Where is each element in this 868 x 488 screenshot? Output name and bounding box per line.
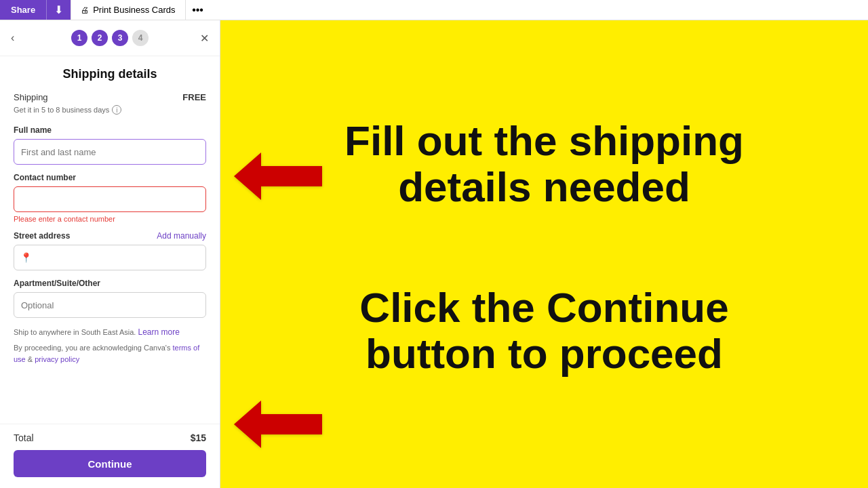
left-panel: ‹ 1 2 3 4 ✕ Shipping details Shipping FR… (0, 20, 220, 488)
street-label: Street address (14, 231, 70, 241)
contact-error: Please enter a contact number (14, 215, 206, 223)
more-button[interactable]: ••• (186, 0, 210, 20)
print-label: Print Business Cards (93, 5, 175, 15)
print-button[interactable]: 🖨 Print Business Cards (71, 0, 185, 20)
add-manually-link[interactable]: Add manually (157, 231, 206, 241)
download-button[interactable]: ⬇ (46, 0, 71, 20)
step-4[interactable]: 4 (132, 30, 149, 46)
step-2[interactable]: 2 (92, 30, 108, 46)
stepper-nav: ‹ 1 2 3 4 ✕ (0, 20, 220, 56)
terms-info: By proceeding, you are acknowledging Can… (14, 342, 206, 365)
delivery-sub: Get it in 5 to 8 business days i (14, 105, 206, 115)
step-1[interactable]: 1 (71, 30, 87, 46)
amp: & (28, 355, 35, 363)
right-panel: Fill out the shippingdetails needed Clic… (220, 20, 868, 488)
shipping-value: FREE (182, 92, 206, 102)
arrow2-svg (234, 401, 322, 448)
total-row: Total $15 (14, 432, 206, 443)
privacy-link[interactable]: privacy policy (35, 355, 79, 363)
instruction-2-container: Click the Continuebutton to proceed (359, 285, 728, 377)
instruction-1-container: Fill out the shippingdetails needed (344, 118, 744, 251)
arrow1-svg (234, 152, 322, 200)
continue-button[interactable]: Continue (14, 450, 206, 477)
instruction-2-text: Click the Continuebutton to proceed (359, 285, 728, 377)
shipping-content: Shipping details Shipping FREE Get it in… (0, 56, 220, 424)
close-button[interactable]: ✕ (200, 32, 209, 45)
contact-input[interactable] (14, 186, 206, 212)
total-amount: $15 (191, 432, 206, 443)
street-label-row: Street address Add manually (14, 231, 206, 241)
shipping-label: Shipping (14, 92, 48, 102)
print-icon: 🖨 (81, 5, 89, 15)
svg-marker-1 (234, 401, 322, 448)
shipping-row: Shipping FREE (14, 92, 206, 102)
ship-info: Ship to anywhere in South East Asia. Lea… (14, 327, 206, 337)
share-label: Share (11, 5, 35, 15)
back-button[interactable]: ‹ (11, 32, 14, 44)
delivery-text: Get it in 5 to 8 business days (14, 106, 109, 114)
ship-info-text: Ship to anywhere in South East Asia. (14, 328, 136, 336)
shipping-title: Shipping details (14, 67, 206, 81)
bottom-bar: Total $15 Continue (0, 424, 220, 488)
street-input[interactable] (14, 245, 206, 270)
terms-text: By proceeding, you are acknowledging Can… (14, 344, 170, 352)
arrow1-container (234, 152, 322, 203)
svg-marker-0 (234, 152, 322, 200)
instruction-1-text: Fill out the shippingdetails needed (344, 118, 744, 210)
apt-label: Apartment/Suite/Other (14, 279, 206, 288)
info-icon[interactable]: i (112, 105, 121, 115)
street-input-wrapper: 📍 (14, 245, 206, 270)
share-button[interactable]: Share (0, 0, 46, 20)
contact-label: Contact number (14, 173, 206, 182)
total-label: Total (14, 432, 34, 443)
full-name-label: Full name (14, 125, 206, 135)
arrow2-container (234, 401, 322, 451)
topbar: Share ⬇ 🖨 Print Business Cards ••• (0, 0, 868, 20)
download-icon: ⬇ (54, 3, 63, 16)
learn-more-link[interactable]: Learn more (138, 327, 179, 337)
steps: 1 2 3 4 (71, 30, 149, 46)
step-3[interactable]: 3 (112, 30, 128, 46)
apt-input[interactable] (14, 292, 206, 318)
main-layout: ‹ 1 2 3 4 ✕ Shipping details Shipping FR… (0, 20, 868, 488)
more-icon: ••• (192, 4, 203, 16)
location-icon: 📍 (20, 252, 32, 263)
full-name-input[interactable] (14, 139, 206, 165)
